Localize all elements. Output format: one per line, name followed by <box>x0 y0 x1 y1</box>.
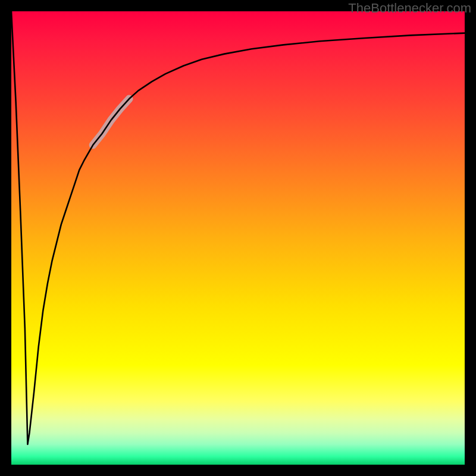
frame-left <box>0 0 11 476</box>
chart-container: TheBottlenecker.com <box>0 0 476 476</box>
watermark-text: TheBottlenecker.com <box>348 1 471 16</box>
frame-bottom <box>0 465 476 476</box>
frame-right <box>465 0 476 476</box>
chart-plot-area <box>11 11 465 465</box>
